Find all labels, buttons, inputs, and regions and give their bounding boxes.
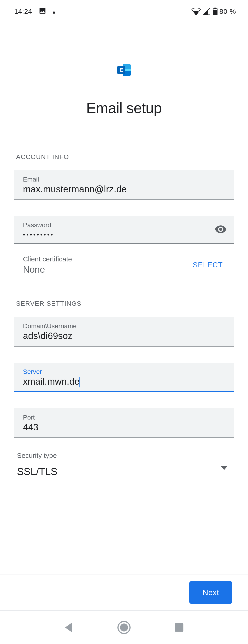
svg-text:E: E <box>120 67 123 73</box>
domain-username-field[interactable]: Domain\Username <box>14 317 234 346</box>
notification-image-icon <box>39 7 46 16</box>
status-bar: 14:24 80 % <box>0 0 248 23</box>
text-caret <box>79 377 80 388</box>
email-field[interactable]: Email <box>14 170 234 200</box>
domain-username-input[interactable] <box>23 331 225 341</box>
security-type-value: SSL/TLS <box>17 466 221 478</box>
status-time: 14:24 <box>14 8 32 16</box>
email-label: Email <box>23 176 225 183</box>
next-button[interactable]: Next <box>189 581 232 604</box>
content-area: E Email setup ACCOUNT INFO Email Passwor… <box>0 23 248 583</box>
server-settings-header: SERVER SETTINGS <box>0 300 248 307</box>
toggle-password-visibility-icon[interactable] <box>214 223 227 236</box>
security-type-label: Security type <box>17 452 227 460</box>
svg-point-5 <box>120 623 128 632</box>
exchange-logo-icon: E <box>116 62 132 79</box>
battery-percentage: 80 % <box>219 8 236 16</box>
nav-home-icon[interactable] <box>110 620 138 634</box>
svg-rect-1 <box>213 9 217 10</box>
port-label: Port <box>23 414 225 421</box>
client-certificate-label: Client certificate <box>23 255 186 263</box>
client-certificate-row: Client certificate None SELECT <box>14 255 234 275</box>
svg-point-0 <box>53 12 55 14</box>
page-title: Email setup <box>0 100 248 116</box>
navigation-bar <box>0 611 248 644</box>
port-input[interactable] <box>23 422 225 432</box>
select-certificate-button[interactable]: SELECT <box>191 256 225 274</box>
wifi-icon <box>191 8 201 15</box>
account-info-header: ACCOUNT INFO <box>0 153 248 161</box>
port-field[interactable]: Port <box>14 408 234 438</box>
svg-rect-6 <box>175 623 183 632</box>
cellular-icon <box>202 8 211 15</box>
security-type-row[interactable]: Security type SSL/TLS <box>14 452 234 478</box>
server-label: Server <box>23 368 225 376</box>
server-input[interactable] <box>23 376 80 387</box>
footer-bar: Next <box>0 574 248 611</box>
email-input[interactable] <box>23 184 225 194</box>
domain-username-label: Domain\Username <box>23 322 225 330</box>
password-label: Password <box>23 222 225 229</box>
chevron-down-icon[interactable] <box>221 466 227 472</box>
server-field[interactable]: Server <box>14 362 234 392</box>
battery-icon <box>213 8 218 16</box>
nav-recent-icon[interactable] <box>165 622 193 632</box>
nav-back-icon[interactable] <box>55 622 83 633</box>
client-certificate-value: None <box>23 264 186 275</box>
notification-dot-icon <box>53 8 55 16</box>
password-field[interactable]: Password ••••••••• <box>14 216 234 244</box>
password-input[interactable]: ••••••••• <box>23 230 225 238</box>
